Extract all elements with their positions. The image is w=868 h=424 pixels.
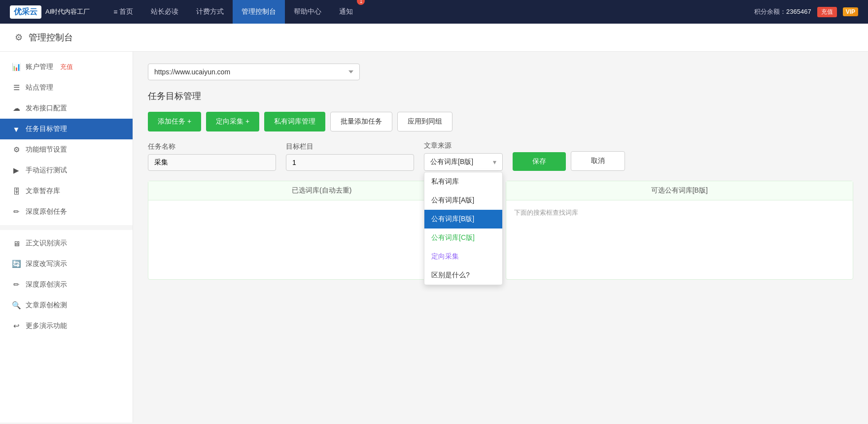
nav-notify-label: 通知 (339, 7, 353, 16)
wordbank-right-header: 可选公有词库[B版] (506, 181, 853, 200)
target-col-input[interactable] (286, 154, 414, 171)
sidebar-item-account-label: 账户管理 (26, 63, 53, 71)
nav-must-read[interactable]: 站长必读 (142, 0, 187, 24)
apply-group-button[interactable]: 应用到同组 (397, 112, 452, 131)
article-source-dropdown-wrapper: 公有词库[B版] ▾ 私有词库 公有词库[A版] 公有词库[B版] 公有词库[C… (424, 153, 503, 171)
nav-help-label: 帮助中心 (294, 7, 321, 16)
draft-icon: 🗄 (12, 187, 21, 196)
settings-icon: ⚙ (12, 145, 21, 154)
sidebar-item-draft[interactable]: 🗄 文章暂存库 (0, 181, 133, 201)
dropdown-publicA[interactable]: 公有词库[A版] (424, 191, 502, 210)
article-source-selected: 公有词库[B版] (430, 158, 473, 166)
article-source-group: 文章来源 公有词库[B版] ▾ 私有词库 公有词库[A版] 公有词库[B版] 公… (424, 141, 503, 171)
create-icon: ✏ (12, 280, 21, 289)
nav-home[interactable]: ≡ 首页 (104, 0, 142, 24)
url-select[interactable]: https://www.ucaiyun.com (148, 64, 360, 80)
nav-home-label: 首页 (119, 7, 133, 16)
article-source-select[interactable]: 公有词库[B版] ▾ (424, 153, 503, 171)
article-source-label: 文章来源 (424, 141, 503, 150)
sidebar-item-ocr[interactable]: 🖥 正文识别演示 (0, 233, 133, 254)
sidebar-item-manual[interactable]: ▶ 手动运行测试 (0, 160, 133, 181)
dropdown-directed[interactable]: 定向采集 (424, 247, 502, 266)
nav-pricing-label: 计费方式 (196, 7, 224, 16)
sidebar-item-check[interactable]: 🔍 文章原创检测 (0, 295, 133, 316)
sidebar-item-site[interactable]: ☰ 站点管理 (0, 77, 133, 98)
vip-badge: VIP (843, 7, 858, 16)
rewrite-icon: 🔄 (12, 260, 21, 268)
nav-help[interactable]: 帮助中心 (285, 0, 330, 24)
check-icon: 🔍 (12, 301, 21, 310)
article-source-menu: 私有词库 公有词库[A版] 公有词库[B版] 公有词库[C版] 定向采集 区别是… (424, 172, 503, 285)
sidebar-item-task[interactable]: ▼ 任务目标管理 (0, 119, 133, 139)
url-selector-wrap: https://www.ucaiyun.com (148, 64, 853, 80)
target-col-label: 目标栏目 (286, 142, 414, 151)
private-library-button[interactable]: 私有词库管理 (264, 112, 325, 131)
toolbar: 添加任务 + 定向采集 + 私有词库管理 批量添加任务 应用到同组 (148, 112, 853, 131)
nav-notify[interactable]: 通知 1 (330, 0, 362, 24)
sidebar-item-rewrite-label: 深度改写演示 (26, 260, 67, 268)
nav-pricing[interactable]: 计费方式 (187, 0, 233, 24)
notification-badge: 1 (357, 0, 365, 5)
save-button[interactable]: 保存 (513, 152, 566, 171)
sidebar-recharge-link[interactable]: 充值 (60, 63, 73, 71)
form-actions: 保存 取消 (513, 151, 625, 171)
sidebar-item-create-label: 深度原创演示 (26, 280, 67, 289)
section-title: 任务目标管理 (148, 90, 853, 102)
task-icon: ▼ (12, 125, 21, 133)
gear-icon: ⚙ (15, 32, 23, 43)
manual-icon: ▶ (12, 166, 21, 175)
sidebar-item-more[interactable]: ↩ 更多演示功能 (0, 316, 133, 336)
add-task-button[interactable]: 添加任务 + (148, 112, 201, 131)
sidebar-item-original-label: 深度原创任务 (26, 207, 67, 216)
sidebar-item-task-label: 任务目标管理 (26, 125, 67, 133)
top-recharge-button[interactable]: 充值 (817, 7, 837, 17)
sidebar-item-publish-label: 发布接口配置 (26, 104, 67, 113)
dropdown-difference[interactable]: 区别是什么? (424, 266, 502, 285)
task-name-group: 任务名称 (148, 142, 276, 171)
sidebar: 📊 账户管理 充值 ☰ 站点管理 ☁ 发布接口配置 ▼ 任务目标管理 ⚙ 功能细… (0, 52, 133, 423)
sidebar-item-original[interactable]: ✏ 深度原创任务 (0, 201, 133, 222)
dropdown-publicB[interactable]: 公有词库[B版] (424, 210, 502, 228)
home-menu-icon: ≡ (113, 8, 117, 16)
sidebar-item-create[interactable]: ✏ 深度原创演示 (0, 274, 133, 295)
logo-icon: 优采云 (10, 5, 41, 19)
directed-collect-button[interactable]: 定向采集 + (206, 112, 259, 131)
sidebar-item-settings-label: 功能细节设置 (26, 145, 67, 154)
sidebar-item-draft-label: 文章暂存库 (26, 187, 60, 196)
dropdown-publicC[interactable]: 公有词库[C版] (424, 228, 502, 247)
sidebar-item-publish[interactable]: ☁ 发布接口配置 (0, 98, 133, 119)
logo: 优采云 AI时代内容工厂 (10, 5, 90, 19)
sidebar-item-more-label: 更多演示功能 (26, 322, 67, 330)
dropdown-private[interactable]: 私有词库 (424, 172, 502, 191)
sidebar-item-settings[interactable]: ⚙ 功能细节设置 (0, 139, 133, 160)
cancel-button[interactable]: 取消 (571, 151, 625, 171)
nav-dashboard[interactable]: 管理控制台 (233, 0, 285, 24)
wordbank-right-panel: 可选公有词库[B版] 下面的搜索框查找词库 (506, 181, 854, 280)
wordbank-hint: 下面的搜索框查找词库 (514, 209, 578, 216)
main-layout: 📊 账户管理 充值 ☰ 站点管理 ☁ 发布接口配置 ▼ 任务目标管理 ⚙ 功能细… (0, 52, 868, 423)
page-header: ⚙ 管理控制台 (0, 24, 868, 52)
sidebar-item-rewrite[interactable]: 🔄 深度改写演示 (0, 254, 133, 274)
batch-add-button[interactable]: 批量添加任务 (330, 112, 392, 131)
account-icon: 📊 (12, 63, 21, 71)
sidebar-item-site-label: 站点管理 (26, 83, 53, 92)
nav-must-read-label: 站长必读 (151, 7, 178, 16)
sidebar-divider (0, 225, 133, 230)
points-label: 积分余额：2365467 (754, 7, 811, 16)
wordbank-right-body: 下面的搜索框查找词库 (506, 200, 853, 279)
top-navigation: 优采云 AI时代内容工厂 ≡ 首页 站长必读 计费方式 管理控制台 帮助中心 通… (0, 0, 868, 24)
nav-dashboard-label: 管理控制台 (242, 7, 276, 16)
logo-subtitle: AI时代内容工厂 (45, 7, 90, 16)
original-icon: ✏ (12, 207, 21, 216)
nav-items: ≡ 首页 站长必读 计费方式 管理控制台 帮助中心 通知 1 (104, 0, 754, 24)
publish-icon: ☁ (12, 104, 21, 113)
main-content: https://www.ucaiyun.com 任务目标管理 添加任务 + 定向… (133, 52, 868, 423)
task-name-label: 任务名称 (148, 142, 276, 151)
sidebar-item-check-label: 文章原创检测 (26, 301, 67, 310)
sidebar-item-account[interactable]: 📊 账户管理 充值 (0, 57, 133, 77)
target-col-group: 目标栏目 (286, 142, 414, 171)
form-row: 任务名称 目标栏目 文章来源 公有词库[B版] ▾ 私有词库 公有词库[A版] (148, 141, 853, 171)
ocr-icon: 🖥 (12, 239, 21, 248)
task-name-input[interactable] (148, 154, 276, 171)
more-icon: ↩ (12, 322, 21, 330)
